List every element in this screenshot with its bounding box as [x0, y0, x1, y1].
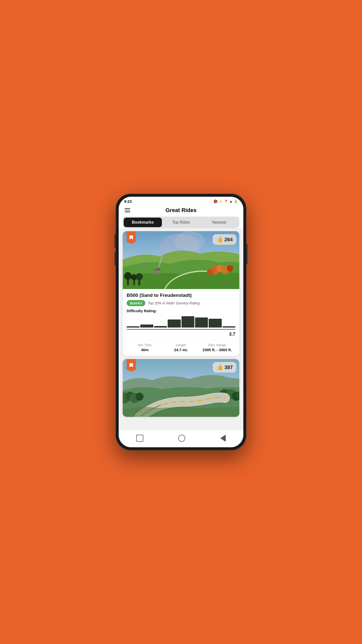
- ride-image-container-1: 👍 264: [123, 231, 239, 289]
- tab-nearest[interactable]: Nearest: [200, 218, 238, 227]
- nav-back-button[interactable]: [219, 433, 227, 443]
- scenery-rating-1: Top 20% in Rider Scenery Rating: [148, 301, 200, 305]
- ride-tags-1: Scenic! Top 20% in Rider Scenery Rating: [127, 300, 235, 306]
- stat-length-1: Length 24.7 mi.: [163, 343, 199, 352]
- nav-home-button[interactable]: [177, 433, 187, 443]
- svg-point-24: [135, 393, 144, 401]
- stat-time-value-1: 40m: [127, 348, 163, 352]
- bar-8: [222, 326, 235, 328]
- content-area: 👍 264 B500 (Sand to Freudenstadt) Scenic…: [119, 228, 243, 430]
- phone-device: 9:23 🔕 ⚡ 📍 ▲ 🔋 Great Rides Bookmarks: [116, 194, 246, 450]
- ride-details-1: B500 (Sand to Freudenstadt) Scenic! Top …: [123, 289, 239, 356]
- volume-btn-1: [115, 234, 116, 248]
- hamburger-line-2: [125, 210, 130, 211]
- hamburger-line-3: [125, 212, 130, 212]
- location-icon: 📍: [224, 199, 228, 203]
- like-count-1: 264: [224, 237, 233, 243]
- difficulty-chart-1: [127, 315, 235, 328]
- bookmark-icon-1: [127, 231, 136, 244]
- menu-button[interactable]: [124, 207, 131, 213]
- bookmark-icon-2: [127, 359, 136, 372]
- circle-icon: [178, 435, 185, 442]
- svg-point-9: [124, 272, 132, 280]
- difficulty-score-1: 3.7: [229, 332, 235, 337]
- stat-time-label-1: Est. Time: [127, 343, 163, 347]
- bluetooth-icon: ⚡: [219, 199, 223, 203]
- like-count-2: 387: [224, 365, 233, 370]
- tabs-bar: Bookmarks Top Rides Nearest: [123, 217, 239, 228]
- status-icons: 🔕 ⚡ 📍 ▲ 🔋: [213, 199, 238, 203]
- notification-icon: 🔕: [213, 199, 217, 203]
- tab-top-rides[interactable]: Top Rides: [162, 218, 200, 227]
- bar-3: [154, 326, 167, 328]
- bottom-navigation: [119, 430, 243, 447]
- bar-2: [140, 325, 153, 328]
- svg-rect-14: [155, 270, 160, 274]
- stats-row-1: Est. Time 40m Length 24.7 mi. Elev. Rang…: [127, 340, 235, 352]
- stat-length-label-1: Length: [163, 343, 199, 347]
- nav-recents-button[interactable]: [135, 433, 145, 443]
- ride-card-1[interactable]: 👍 264 B500 (Sand to Freudenstadt) Scenic…: [123, 231, 239, 356]
- difficulty-label-1: Difficulty Rating:: [127, 309, 235, 313]
- stat-elev-label-1: Elev. Range: [199, 343, 235, 347]
- header: Great Rides: [119, 205, 243, 217]
- status-time: 9:23: [124, 199, 132, 204]
- stat-time-1: Est. Time 40m: [127, 343, 163, 352]
- battery-icon: 🔋: [234, 199, 238, 203]
- svg-point-5: [207, 269, 213, 275]
- like-badge-2[interactable]: 👍 387: [213, 362, 236, 373]
- svg-point-13: [136, 273, 143, 280]
- bar-6: [195, 317, 208, 328]
- ride-card-2[interactable]: 👍 387: [123, 359, 239, 417]
- svg-point-2: [175, 231, 205, 251]
- like-badge-1[interactable]: 👍 264: [213, 234, 236, 245]
- bar-7: [209, 319, 221, 328]
- bar-1: [127, 326, 140, 328]
- thumbs-up-icon-2: 👍: [216, 364, 223, 371]
- scenic-badge-1: Scenic!: [127, 300, 145, 306]
- svg-point-7: [227, 265, 233, 272]
- hamburger-line-1: [125, 208, 130, 209]
- thumbs-up-icon-1: 👍: [216, 236, 223, 243]
- tab-bookmarks[interactable]: Bookmarks: [124, 218, 162, 227]
- stat-length-value-1: 24.7 mi.: [163, 348, 199, 352]
- stat-elev-1: Elev. Range 2395 ft. - 3560 ft.: [199, 343, 235, 352]
- score-row-1: 3.7: [127, 332, 235, 337]
- app-title: Great Rides: [131, 207, 231, 214]
- wifi-icon: ▲: [229, 199, 233, 203]
- status-bar: 9:23 🔕 ⚡ 📍 ▲ 🔋: [119, 197, 243, 205]
- ride-image-container-2: 👍 387: [123, 359, 239, 417]
- ride-name-1: B500 (Sand to Freudenstadt): [127, 293, 235, 298]
- volume-btn-2: [115, 252, 116, 265]
- stat-elev-value-1: 2395 ft. - 3560 ft.: [199, 348, 235, 352]
- phone-screen: 9:23 🔕 ⚡ 📍 ▲ 🔋 Great Rides Bookmarks: [119, 197, 243, 447]
- power-btn: [246, 244, 247, 264]
- square-icon: [136, 435, 143, 442]
- bar-4: [168, 319, 180, 328]
- chart-baseline-1: [127, 329, 235, 330]
- triangle-icon: [220, 435, 226, 442]
- bar-5: [182, 316, 194, 328]
